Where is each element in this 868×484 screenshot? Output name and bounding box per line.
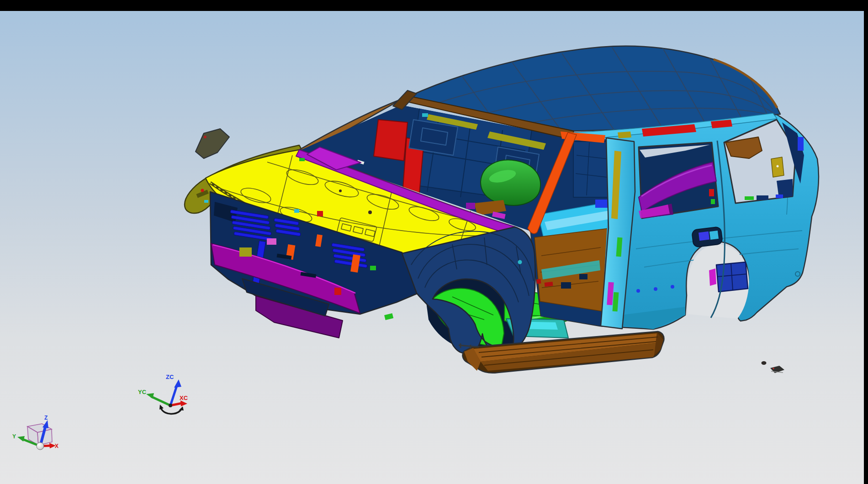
- far-junction-red-chip: [204, 136, 206, 138]
- top-frame-bar: [0, 0, 868, 11]
- view-z-label: Z: [44, 415, 48, 421]
- debris-red-dot: [773, 368, 774, 369]
- rear-door-window-opening[interactable]: [639, 142, 718, 218]
- debris-dot[interactable]: [762, 361, 767, 365]
- handle-blue-chip: [699, 231, 709, 241]
- hood-fastener-dot: [368, 210, 372, 214]
- door-bracket1: [561, 282, 571, 289]
- quarter-sill-blue: [776, 195, 783, 198]
- tab-hole: [777, 165, 779, 168]
- ws-purple-chip: [466, 203, 475, 209]
- wcs-y-label: YC: [138, 389, 147, 395]
- quarter-sill-green: [745, 196, 754, 200]
- handle-cyan-chip: [709, 231, 719, 240]
- far-door-inner-upper: [573, 142, 610, 197]
- right-frame-bar: [864, 0, 868, 484]
- quarter-sill-navy: [757, 195, 768, 200]
- wcs-origin[interactable]: [169, 404, 172, 407]
- door-bracket2: [579, 274, 587, 279]
- ws-cyan-chip: [422, 113, 428, 117]
- view-x-label: X: [55, 443, 58, 449]
- front-seat-green[interactable]: [481, 160, 540, 205]
- triad-origin-sphere[interactable]: [37, 442, 44, 450]
- cowl-green-chip: [299, 158, 305, 161]
- cad-viewport-canvas[interactable]: ZC YC XC Z Y X: [0, 0, 868, 484]
- window-red-chip: [709, 189, 714, 196]
- hood-fastener-dot2: [339, 189, 342, 192]
- floor-red-chip2: [545, 282, 553, 287]
- d-pillar-blue-chip: [798, 137, 804, 151]
- fender-teal-dot: [518, 260, 522, 264]
- door-handle-recess[interactable]: [692, 226, 723, 247]
- arch-magenta-sliver: [709, 268, 716, 286]
- far-pillar-red-bracket[interactable]: [374, 120, 408, 161]
- window-green-chip: [711, 199, 715, 204]
- wcs-z-label: ZC: [166, 374, 174, 380]
- wcs-x-label: XC: [180, 395, 188, 401]
- rail-olive-segment: [618, 132, 631, 138]
- view-y-label: Y: [12, 433, 16, 440]
